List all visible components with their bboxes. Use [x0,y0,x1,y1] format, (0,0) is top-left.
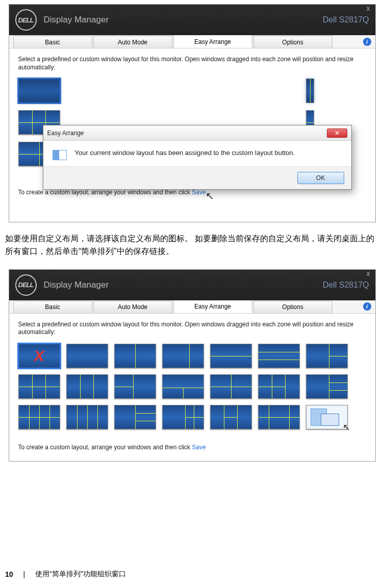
dell-logo: DELL [15,9,37,31]
bottom-text: To create a custom layout, arrange your … [18,189,366,202]
layout-4grid[interactable] [210,374,252,399]
layout-custom[interactable]: ↖ [306,405,348,429]
red-x-icon: X [19,344,60,368]
bottom-text-label: To create a custom layout, arrange your … [18,444,192,451]
layout-full[interactable] [66,344,108,368]
custom-box-icon [321,414,339,426]
layout-grid: X ↖ [18,344,366,429]
layout-2v-alt[interactable] [162,344,204,368]
tab-auto-mode[interactable]: Auto Mode [93,36,172,48]
layout-8grid[interactable] [18,405,60,429]
tab-basic[interactable]: Basic [13,36,92,48]
tab-options[interactable]: Options [253,301,332,313]
layout-row-1 [18,79,366,103]
tabstrip: Basic Auto Mode Easy Arrange Options i [9,35,375,48]
bottom-text: To create a custom layout, arrange your … [18,444,366,451]
layout-2v[interactable] [114,344,156,368]
titlebar: DELL Display Manager Dell S2817Q X [9,5,375,35]
instruction-paragraph-cn: 如要使用自定义布局，请选择该自定义布局的图标。 如要删除当前保存的自定义布局，请… [4,233,380,258]
layout-thumb[interactable] [18,79,60,103]
app-body: Select a predefined or custom window lay… [9,314,375,461]
display-manager-window-1: DELL Display Manager Dell S2817Q X Basic… [9,4,376,222]
tabstrip: Basic Auto Mode Easy Arrange Options i [9,300,375,314]
dialog-message: Your current window layout has been assi… [75,149,295,157]
dialog-body: Your current window layout has been assi… [43,141,351,166]
layout-6b[interactable] [258,405,300,429]
easy-arrange-dialog: Easy Arrange ✕ Your current window layou… [43,125,352,190]
titlebar: DELL Display Manager Dell S2817Q X [9,270,375,300]
page-number: 10 [5,570,13,578]
layout-3v[interactable] [66,374,108,399]
display-manager-window-2: DELL Display Manager Dell S2817Q X Basic… [9,269,376,462]
layout-2-3[interactable] [114,405,156,429]
save-link[interactable]: Save [192,444,206,451]
app-body: Select a predefined or custom window lay… [9,48,375,222]
cursor-icon: ↖ [343,422,350,433]
layout-4v[interactable] [66,405,108,429]
layout-2-1[interactable] [114,374,156,399]
section-title-cn: 使用“简单排列”功能组织窗口 [35,570,125,579]
monitor-model: Dell S2817Q [323,15,369,24]
layout-icon [53,150,67,160]
monitor-model: Dell S2817Q [323,280,369,290]
layout-5b[interactable] [306,374,348,399]
bottom-text-label: To create a custom layout, arrange your … [18,189,192,196]
layout-6grid[interactable] [18,374,60,399]
save-link[interactable]: Save [192,189,206,196]
instruction-text: Select a predefined or custom window lay… [18,56,366,71]
layout-2h[interactable] [210,344,252,368]
dialog-footer: OK [43,166,351,189]
app-title: Display Manager [44,15,109,25]
dialog-close-button[interactable]: ✕ [327,129,347,138]
layout-1-2b[interactable] [162,374,204,399]
cursor-icon: ↖ [206,190,214,202]
info-icon[interactable]: i [363,302,371,311]
tab-easy-arrange[interactable]: Easy Arrange [173,35,252,48]
instruction-text: Select a predefined or custom window lay… [18,321,366,337]
page-footer: 10 | 使用“简单排列”功能组织窗口 [5,570,126,579]
layout-1-4[interactable] [162,405,204,429]
tab-options[interactable]: Options [253,36,332,48]
tab-basic[interactable]: Basic [13,301,92,313]
app-title: Display Manager [44,280,109,290]
ok-button[interactable]: OK [297,172,344,184]
dialog-title: Easy Arrange [47,130,84,137]
info-icon[interactable]: i [363,38,371,46]
layout-5a[interactable] [258,374,300,399]
layout-3h[interactable] [258,344,300,368]
tab-easy-arrange[interactable]: Easy Arrange [173,300,252,313]
layout-3-2[interactable] [210,405,252,429]
window-close-icon[interactable]: X [367,271,370,277]
window-close-icon[interactable]: X [367,6,370,12]
layout-1-2[interactable] [306,344,348,368]
dialog-titlebar: Easy Arrange ✕ [43,125,351,141]
layout-thumb[interactable] [306,79,314,103]
tab-auto-mode[interactable]: Auto Mode [93,301,172,313]
separator: | [23,570,25,578]
layout-none[interactable]: X [18,344,60,368]
dell-logo: DELL [15,274,37,296]
